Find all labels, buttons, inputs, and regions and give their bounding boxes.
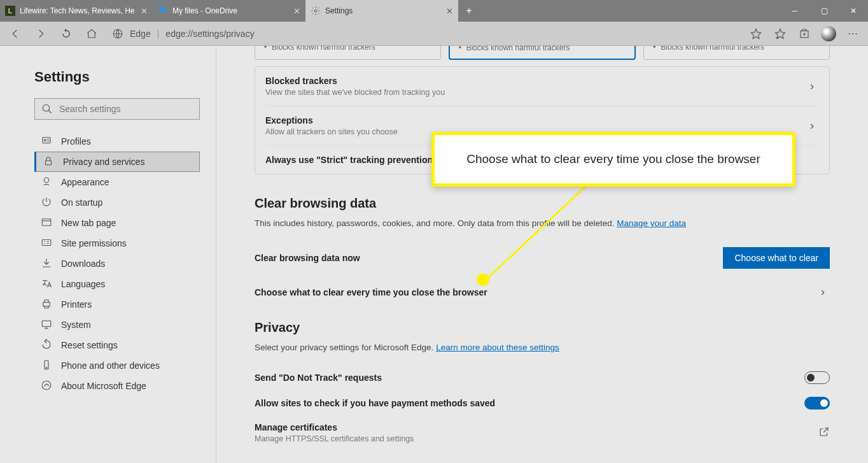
learn-more-link[interactable]: Learn more about these settings	[436, 343, 559, 352]
chevron-right-icon: ›	[805, 119, 819, 132]
sidebar-item-printers[interactable]: Printers	[34, 294, 200, 315]
search-icon	[41, 103, 53, 115]
dnt-toggle[interactable]	[804, 371, 830, 384]
phone-icon	[41, 359, 52, 373]
gear-icon	[311, 6, 321, 16]
download-icon	[41, 257, 52, 271]
edge-icon	[112, 28, 123, 39]
reset-icon	[41, 339, 52, 352]
dnt-row: Send "Do Not Track" requests	[255, 371, 830, 384]
sidebar-item-newtab[interactable]: New tab page	[34, 213, 200, 233]
payment-toggle[interactable]	[804, 397, 830, 410]
new-tab-button[interactable]: +	[458, 0, 480, 22]
sidebar-item-label: Site permissions	[61, 238, 127, 248]
home-button[interactable]	[80, 22, 103, 45]
manage-data-link[interactable]: Manage your data	[617, 218, 686, 228]
svg-point-13	[46, 367, 47, 368]
tracking-card-basic[interactable]: Blocks known harmful trackers	[255, 46, 441, 60]
clear-every-time-row[interactable]: Choose what to clear every time you clos…	[255, 285, 830, 299]
sidebar-item-label: Reset settings	[61, 340, 118, 350]
tab-lifewire[interactable]: L Lifewire: Tech News, Reviews, He ✕	[0, 0, 153, 22]
close-icon[interactable]: ✕	[293, 6, 300, 16]
favorite-button[interactable]	[745, 22, 767, 45]
search-input[interactable]	[59, 104, 193, 114]
refresh-button[interactable]	[55, 22, 78, 45]
sidebar-item-downloads[interactable]: Downloads	[34, 253, 200, 274]
sidebar-item-privacy[interactable]: Privacy and services	[34, 152, 200, 172]
tab-label: My files - OneDrive	[172, 6, 288, 15]
settings-main: Blocks known harmful trackers Blocks kno…	[216, 46, 868, 463]
close-icon[interactable]: ✕	[446, 6, 453, 16]
menu-button[interactable]: ⋯	[841, 22, 864, 45]
maximize-button[interactable]: ▢	[809, 0, 839, 22]
forward-button[interactable]	[29, 22, 52, 45]
svg-point-14	[42, 381, 51, 390]
url-text: edge://settings/privacy	[165, 29, 254, 39]
tab-label: Settings	[325, 6, 441, 15]
callout-dot	[477, 273, 489, 286]
power-icon	[41, 196, 52, 210]
sidebar-item-system[interactable]: System	[34, 315, 200, 335]
profile-button[interactable]	[817, 22, 840, 45]
sidebar-item-phone[interactable]: Phone and other devices	[34, 355, 200, 376]
about-icon	[41, 380, 52, 393]
titlebar: L Lifewire: Tech News, Reviews, He ✕ My …	[0, 0, 868, 22]
page-title: Settings	[34, 69, 216, 85]
printer-icon	[41, 298, 52, 311]
collections-button[interactable]	[793, 22, 816, 45]
chevron-right-icon: ›	[816, 285, 830, 299]
sidebar-item-label: Printers	[61, 299, 92, 310]
sidebar-item-label: Profiles	[61, 136, 91, 146]
permissions-icon	[41, 237, 52, 250]
sidebar-item-profiles[interactable]: Profiles	[34, 131, 200, 152]
svg-point-7	[44, 178, 49, 183]
external-icon	[818, 426, 830, 439]
sidebar-item-label: Appearance	[61, 177, 109, 187]
svg-point-5	[44, 139, 46, 141]
sidebar-item-label: About Microsoft Edge	[61, 381, 146, 391]
tab-onedrive[interactable]: My files - OneDrive ✕	[153, 0, 305, 22]
clear-now-row: Clear browsing data now Choose what to c…	[255, 247, 830, 269]
favorites-list-button[interactable]	[769, 22, 792, 45]
svg-rect-9	[42, 239, 51, 245]
profile-icon	[41, 135, 52, 148]
sidebar-item-languages[interactable]: Languages	[34, 274, 200, 294]
tracking-cards: Blocks known harmful trackers Blocks kno…	[255, 46, 830, 60]
sidebar-item-reset[interactable]: Reset settings	[34, 335, 200, 355]
sidebar-item-label: Downloads	[61, 259, 105, 269]
close-icon[interactable]: ✕	[141, 6, 148, 16]
svg-rect-8	[42, 218, 51, 225]
svg-rect-11	[42, 320, 51, 326]
minimize-button[interactable]: ─	[780, 0, 809, 22]
sidebar-item-permissions[interactable]: Site permissions	[34, 233, 200, 253]
tracking-card-strict[interactable]: Blocks known harmful trackers	[643, 46, 830, 60]
sidebar-item-label: Languages	[61, 279, 105, 289]
privacy-desc: Select your privacy settings for Microso…	[255, 343, 830, 352]
settings-sidebar: Settings Profiles Privacy and services A…	[0, 46, 216, 463]
sidebar-item-startup[interactable]: On startup	[34, 192, 200, 213]
blocked-trackers-row[interactable]: Blocked trackersView the sites that we'v…	[265, 67, 819, 106]
clear-desc: This includes history, passwords, cookie…	[255, 218, 830, 228]
window-controls: ─ ▢ ✕	[780, 0, 868, 22]
sidebar-item-label: On startup	[61, 197, 102, 208]
search-settings[interactable]	[34, 98, 200, 120]
close-window-button[interactable]: ✕	[839, 0, 868, 22]
svg-rect-10	[43, 302, 50, 306]
clear-heading: Clear browsing data	[255, 196, 830, 211]
certs-row[interactable]: Manage certificates Manage HTTPS/SSL cer…	[255, 422, 830, 443]
tab-settings[interactable]: Settings ✕	[305, 0, 458, 22]
favicon-onedrive	[158, 6, 168, 16]
address-bar[interactable]: Edge | edge://settings/privacy	[106, 24, 742, 43]
sidebar-item-about[interactable]: About Microsoft Edge	[34, 376, 200, 396]
favicon-lifewire: L	[5, 6, 15, 16]
sidebar-item-appearance[interactable]: Appearance	[34, 172, 200, 192]
engine-label: Edge	[130, 29, 151, 39]
system-icon	[41, 318, 52, 332]
tracking-card-balanced[interactable]: Blocks known harmful trackers	[449, 46, 636, 60]
choose-clear-button[interactable]: Choose what to clear	[723, 247, 830, 269]
lock-icon	[43, 155, 54, 169]
back-button[interactable]	[4, 22, 27, 45]
svg-point-3	[43, 104, 50, 111]
toolbar: Edge | edge://settings/privacy ⋯	[0, 22, 868, 46]
settings-page: Settings Profiles Privacy and services A…	[0, 46, 868, 463]
